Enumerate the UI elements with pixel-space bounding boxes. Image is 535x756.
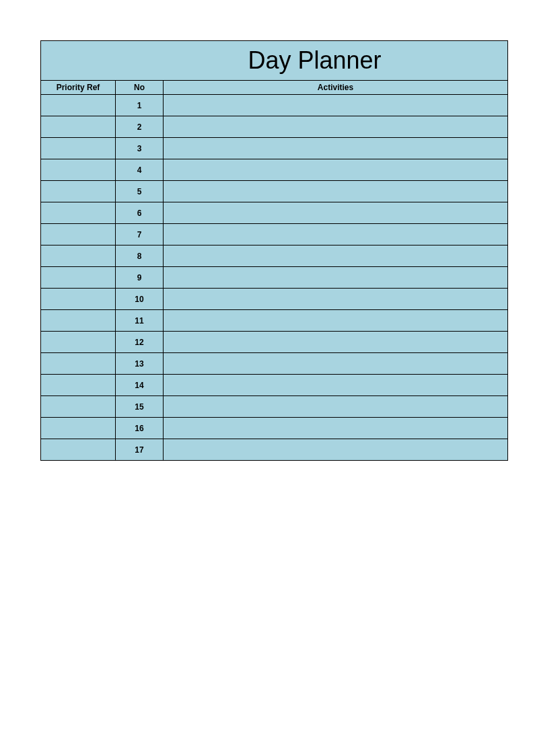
priority-cell[interactable] (41, 396, 116, 417)
priority-cell[interactable] (41, 439, 116, 460)
activities-cell[interactable] (164, 159, 507, 180)
table-row: 11 (41, 310, 507, 332)
no-cell: 2 (116, 116, 164, 137)
priority-cell[interactable] (41, 224, 116, 245)
no-cell: 10 (116, 289, 164, 309)
table-row: 14 (41, 375, 507, 396)
table-row: 7 (41, 224, 507, 245)
priority-cell[interactable] (41, 159, 116, 180)
priority-cell[interactable] (41, 116, 116, 137)
table-row: 9 (41, 267, 507, 289)
header-no: No (116, 81, 164, 94)
table-row: 5 (41, 181, 507, 202)
table-row: 1 (41, 95, 507, 116)
activities-cell[interactable] (164, 202, 507, 223)
activities-cell[interactable] (164, 396, 507, 417)
rows-container: 1234567891011121314151617 (41, 95, 507, 461)
no-cell: 12 (116, 332, 164, 352)
planner-title: Day Planner (167, 46, 381, 75)
no-cell: 1 (116, 95, 164, 116)
table-row: 8 (41, 245, 507, 267)
table-row: 6 (41, 202, 507, 224)
no-cell: 17 (116, 439, 164, 460)
activities-cell[interactable] (164, 95, 507, 116)
header-priority-ref: Priority Ref (41, 81, 116, 94)
activities-cell[interactable] (164, 375, 507, 395)
no-cell: 15 (116, 396, 164, 417)
table-row: 10 (41, 289, 507, 310)
table-row: 13 (41, 353, 507, 375)
priority-cell[interactable] (41, 418, 116, 439)
priority-cell[interactable] (41, 375, 116, 395)
activities-cell[interactable] (164, 289, 507, 309)
no-cell: 8 (116, 245, 164, 266)
table-row: 17 (41, 439, 507, 461)
no-cell: 5 (116, 181, 164, 202)
priority-cell[interactable] (41, 289, 116, 309)
priority-cell[interactable] (41, 332, 116, 352)
priority-cell[interactable] (41, 245, 116, 266)
title-row: Day Planner (41, 41, 507, 81)
no-cell: 13 (116, 353, 164, 374)
no-cell: 6 (116, 202, 164, 223)
activities-cell[interactable] (164, 418, 507, 439)
priority-cell[interactable] (41, 138, 116, 159)
priority-cell[interactable] (41, 267, 116, 288)
priority-cell[interactable] (41, 181, 116, 202)
no-cell: 16 (116, 418, 164, 439)
table-row: 12 (41, 332, 507, 353)
priority-cell[interactable] (41, 353, 116, 374)
header-row: Priority Ref No Activities (41, 81, 507, 95)
activities-cell[interactable] (164, 353, 507, 374)
table-row: 3 (41, 138, 507, 159)
table-row: 2 (41, 116, 507, 138)
activities-cell[interactable] (164, 267, 507, 288)
day-planner-table: Day Planner Priority Ref No Activities 1… (40, 40, 508, 461)
activities-cell[interactable] (164, 116, 507, 137)
activities-cell[interactable] (164, 181, 507, 202)
no-cell: 11 (116, 310, 164, 331)
no-cell: 7 (116, 224, 164, 245)
activities-cell[interactable] (164, 332, 507, 352)
activities-cell[interactable] (164, 138, 507, 159)
table-row: 15 (41, 396, 507, 418)
no-cell: 4 (116, 159, 164, 180)
activities-cell[interactable] (164, 310, 507, 331)
priority-cell[interactable] (41, 95, 116, 116)
activities-cell[interactable] (164, 439, 507, 460)
activities-cell[interactable] (164, 224, 507, 245)
no-cell: 3 (116, 138, 164, 159)
table-row: 16 (41, 418, 507, 439)
priority-cell[interactable] (41, 310, 116, 331)
activities-cell[interactable] (164, 245, 507, 266)
table-row: 4 (41, 159, 507, 181)
header-activities: Activities (164, 81, 507, 94)
priority-cell[interactable] (41, 202, 116, 223)
no-cell: 9 (116, 267, 164, 288)
no-cell: 14 (116, 375, 164, 395)
